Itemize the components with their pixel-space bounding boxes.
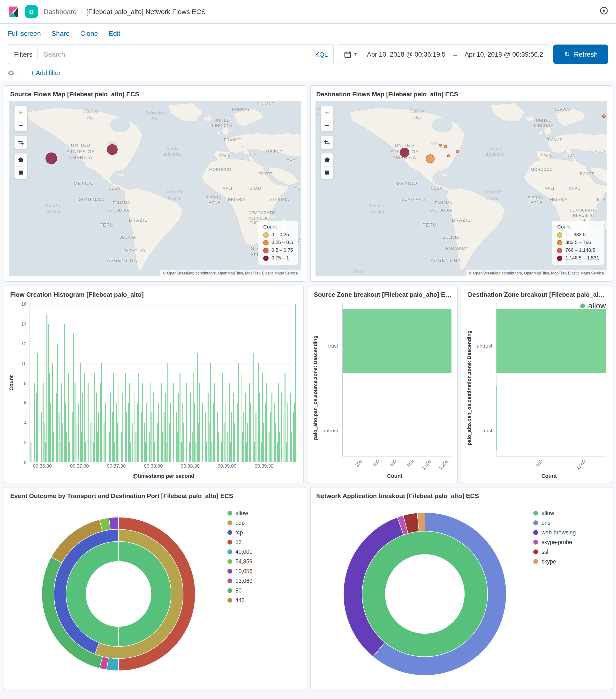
legend-item[interactable]: allow: [533, 510, 606, 516]
histogram-bar[interactable]: [158, 403, 159, 462]
histogram-bar[interactable]: [138, 373, 139, 462]
histogram-bar[interactable]: [105, 403, 106, 462]
histogram-bar[interactable]: [294, 403, 295, 462]
histogram-bar[interactable]: [137, 403, 138, 462]
histogram-bar[interactable]: [173, 383, 174, 462]
draw-rectangle-icon[interactable]: [14, 166, 27, 179]
map-legend-item[interactable]: 1 – 383.5: [557, 231, 599, 239]
date-to[interactable]: Apr 10, 2018 @ 00:39:56.2: [465, 51, 543, 58]
legend-item[interactable]: 443: [227, 597, 300, 603]
histogram-bar[interactable]: [177, 432, 178, 462]
histogram-bar[interactable]: [88, 383, 89, 462]
draw-polygon-icon[interactable]: [321, 154, 333, 166]
map-data-point[interactable]: [439, 144, 442, 147]
histogram-bar[interactable]: [145, 442, 146, 462]
histogram-bar[interactable]: [65, 403, 66, 462]
filters-dropdown[interactable]: Filters: [14, 50, 32, 58]
histogram-bar[interactable]: [242, 432, 243, 462]
share-link[interactable]: Share: [52, 29, 70, 37]
histogram-bar[interactable]: [176, 412, 177, 462]
histogram-bar[interactable]: [213, 403, 214, 462]
histogram-bar[interactable]: [94, 373, 95, 462]
histogram-bar[interactable]: [278, 383, 279, 462]
histogram-bar[interactable]: [102, 442, 103, 462]
histogram-bar[interactable]: [136, 432, 137, 462]
histogram-bar[interactable]: [112, 412, 113, 462]
histogram-bar[interactable]: [76, 422, 77, 462]
legend-item[interactable]: dns: [533, 520, 606, 526]
histogram-bar[interactable]: [190, 393, 191, 462]
histogram-bar[interactable]: [285, 373, 286, 462]
histogram-bar[interactable]: [192, 432, 192, 462]
map-data-point[interactable]: [400, 148, 410, 157]
histogram-bar[interactable]: [250, 403, 251, 462]
map-legend-item[interactable]: 383.5 – 766: [557, 239, 599, 246]
histogram-bar[interactable]: [82, 393, 83, 462]
histogram-bar[interactable]: [149, 432, 150, 462]
histogram-bar[interactable]: [194, 403, 195, 462]
histogram-bar[interactable]: [37, 353, 38, 462]
zone-bar-untrust[interactable]: [497, 309, 606, 373]
legend-item[interactable]: 13,069: [227, 578, 300, 584]
histogram-bar[interactable]: [198, 422, 199, 462]
histogram-bar[interactable]: [134, 393, 135, 462]
histogram-bar[interactable]: [197, 353, 198, 462]
histogram-bar[interactable]: [30, 442, 31, 462]
histogram-bar[interactable]: [146, 403, 147, 462]
zone-bar-trust[interactable]: [343, 309, 452, 373]
histogram-bar[interactable]: [281, 393, 282, 462]
legend-item[interactable]: skype: [533, 559, 606, 564]
histogram-bar[interactable]: [170, 403, 171, 462]
histogram-bar[interactable]: [178, 393, 179, 462]
histogram-bar[interactable]: [113, 373, 114, 462]
histogram-bar[interactable]: [241, 373, 242, 462]
histogram-bar[interactable]: [125, 373, 126, 462]
histogram-bar[interactable]: [264, 422, 265, 462]
panel-title[interactable]: Destination Flows Map [Filebeat palo_alt…: [310, 86, 612, 101]
histogram-bar[interactable]: [271, 393, 272, 462]
histogram-bar[interactable]: [70, 393, 71, 462]
histogram-bar[interactable]: [155, 442, 155, 462]
histogram-bar[interactable]: [98, 412, 99, 462]
histogram-bar[interactable]: [64, 324, 65, 462]
source-map-canvas[interactable]: + −: [9, 101, 301, 276]
breadcrumb-dashboard[interactable]: Dashboard: [43, 8, 77, 15]
zone-bar-trust[interactable]: [497, 385, 497, 450]
histogram-bar[interactable]: [237, 403, 238, 462]
histogram-bar[interactable]: [249, 383, 250, 462]
zoom-in-button[interactable]: +: [14, 106, 27, 119]
histogram-bar[interactable]: [96, 393, 97, 462]
panel-title[interactable]: Destination Zone breakout [Filebeat palo…: [463, 286, 612, 301]
histogram-bar[interactable]: [44, 422, 45, 462]
histogram-bar[interactable]: [63, 422, 63, 462]
histogram-bar[interactable]: [41, 412, 42, 462]
histogram-bar[interactable]: [166, 442, 167, 462]
histogram-bar[interactable]: [179, 373, 180, 462]
histogram-bar[interactable]: [69, 442, 70, 462]
histogram-bar[interactable]: [236, 442, 236, 462]
search-input[interactable]: [43, 50, 310, 58]
histogram-bar[interactable]: [221, 442, 222, 462]
legend-item[interactable]: 40,001: [227, 549, 300, 555]
histogram-bar[interactable]: [289, 422, 290, 462]
histogram-bar[interactable]: [231, 412, 232, 462]
histogram-bar[interactable]: [121, 432, 122, 462]
histogram-bar[interactable]: [270, 412, 271, 462]
histogram-bar[interactable]: [142, 383, 143, 462]
histogram-bar[interactable]: [52, 363, 53, 462]
help-icon[interactable]: [600, 6, 608, 17]
histogram-bar[interactable]: [182, 403, 183, 462]
histogram-bar[interactable]: [153, 393, 154, 462]
histogram-bar[interactable]: [283, 412, 284, 462]
map-data-point[interactable]: [447, 154, 450, 157]
histogram-bar[interactable]: [86, 412, 88, 462]
histogram-bar[interactable]: [254, 442, 255, 462]
map-legend-item[interactable]: 0.5 – 0.75: [263, 246, 293, 254]
histogram-bar[interactable]: [81, 432, 82, 462]
histogram-bar[interactable]: [295, 304, 296, 462]
histogram-bar[interactable]: [218, 432, 219, 462]
histogram-bar[interactable]: [222, 373, 223, 462]
histogram-bar[interactable]: [118, 383, 119, 462]
legend-item[interactable]: web-browsing: [533, 530, 606, 536]
histogram-bar[interactable]: [172, 442, 173, 462]
